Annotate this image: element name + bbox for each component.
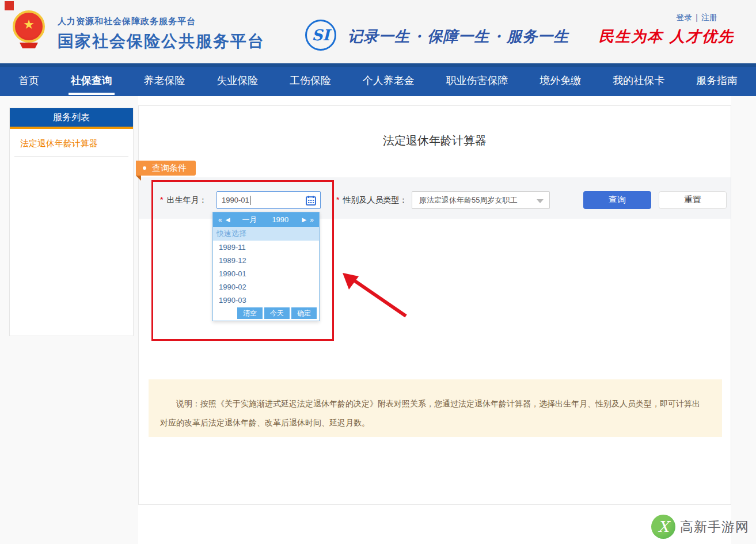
picker-option[interactable]: 1989-11 (213, 241, 319, 254)
platform-subtitle: 人力资源和社会保障政务服务平台 (58, 16, 265, 27)
sidebar-divider (14, 156, 128, 157)
required-mark: * (336, 195, 339, 204)
right-background-strip (731, 96, 756, 544)
calendar-icon[interactable] (306, 195, 316, 206)
nav-item-shebao-query[interactable]: 社保查询 (65, 63, 118, 96)
query-conditions-ribbon: 查询条件 (136, 161, 196, 176)
birth-month-input[interactable]: 1990-01 (216, 191, 321, 209)
prev-year-icon[interactable]: « (216, 216, 224, 224)
nav-item-service-guide[interactable]: 服务指南 (690, 63, 743, 96)
picker-today-button[interactable]: 今天 (264, 307, 290, 319)
page-title: 法定退休年龄计算器 (139, 133, 731, 149)
sidebar-header: 服务列表 (10, 108, 133, 129)
text-cursor (250, 196, 250, 205)
corner-red-square (5, 1, 14, 10)
main-nav: 首页 社保查询 养老保险 失业保险 工伤保险 个人养老金 职业伤害保障 境外免缴… (0, 63, 756, 96)
si-logo-icon: SI (305, 20, 336, 51)
picker-option[interactable]: 1990-02 (213, 280, 319, 294)
header-titles: 人力资源和社会保障政务服务平台 国家社会保险公共服务平台 (58, 16, 265, 52)
picker-year[interactable]: 1990 (272, 215, 288, 224)
date-picker-popup: « ◀ 一月 1990 ▶ » 快速选择 1989-11 1989-12 199… (212, 212, 320, 321)
platform-title: 国家社会保险公共服务平台 (58, 31, 265, 52)
nav-item-personal-pension[interactable]: 个人养老金 (357, 63, 420, 96)
header-motto: 民生为本 人才优先 (599, 26, 734, 47)
birth-month-label: *出生年月： (160, 191, 207, 209)
picker-clear-button[interactable]: 清空 (237, 307, 263, 319)
ribbon-label: 查询条件 (152, 163, 187, 174)
prev-month-icon[interactable]: ◀ (224, 216, 232, 223)
register-link[interactable]: 注册 (701, 13, 717, 22)
picker-month[interactable]: 一月 (242, 215, 257, 225)
picker-footer: 清空 今天 确定 (237, 307, 317, 319)
ribbon-bullet-icon (143, 166, 146, 170)
site-name: 高新手游网 (680, 518, 749, 536)
login-link[interactable]: 登录 (676, 13, 692, 22)
person-type-value: 原法定退休年龄55周岁女职工 (419, 195, 517, 206)
content-card: 法定退休年龄计算器 查询条件 *出生年月： 1990-01 (138, 105, 731, 505)
auth-divider: | (696, 13, 698, 22)
quick-select-row[interactable]: 快速选择 (213, 227, 319, 241)
nav-item-work-injury[interactable]: 工伤保险 (284, 63, 337, 96)
note-text: 说明：按照《关于实施渐进式延迟法定退休年龄的决定》附表对照关系，您通过法定退休年… (160, 394, 700, 432)
person-type-label: *性别及人员类型： (336, 191, 407, 209)
auth-links: 登录|注册 (676, 13, 717, 23)
date-picker-header: « ◀ 一月 1990 ▶ » (213, 212, 319, 227)
query-form: *出生年月： 1990-01 *性别及人员类型： 原法定退休年龄55周岁女职工 (139, 191, 731, 209)
service-sidebar: 服务列表 法定退休年龄计算器 (9, 108, 134, 336)
chevron-down-icon (537, 199, 544, 203)
page: 人力资源和社会保障政务服务平台 国家社会保险公共服务平台 SI 记录一生 · 保… (0, 0, 756, 544)
nav-item-unemployment[interactable]: 失业保险 (211, 63, 264, 96)
reset-button[interactable]: 重置 (659, 191, 727, 209)
picker-option[interactable]: 1990-03 (213, 294, 319, 307)
picker-confirm-button[interactable]: 确定 (291, 307, 317, 319)
national-emblem-ribbon (20, 43, 38, 48)
site-header: 人力资源和社会保障政务服务平台 国家社会保险公共服务平台 SI 记录一生 · 保… (0, 0, 756, 63)
site-watermark: X 高新手游网 (651, 515, 749, 539)
picker-option[interactable]: 1989-12 (213, 254, 319, 267)
next-month-icon[interactable]: ▶ (301, 216, 309, 223)
nav-item-occupational-injury[interactable]: 职业伤害保障 (440, 63, 514, 96)
ribbon-fold (136, 176, 141, 181)
person-type-select[interactable]: 原法定退休年龄55周岁女职工 (412, 191, 550, 209)
national-emblem-icon (13, 10, 45, 43)
sidebar-item-retirement-calculator[interactable]: 法定退休年龄计算器 (10, 129, 133, 156)
nav-item-my-card[interactable]: 我的社保卡 (607, 63, 670, 96)
nav-item-home[interactable]: 首页 (13, 63, 45, 96)
required-mark: * (160, 195, 163, 204)
next-year-icon[interactable]: » (308, 216, 316, 224)
birth-month-value: 1990-01 (222, 196, 249, 204)
site-logo-icon: X (651, 515, 675, 539)
picker-option[interactable]: 1990-01 (213, 267, 319, 280)
nav-item-overseas-exempt[interactable]: 境外免缴 (534, 63, 587, 96)
note-box: 说明：按照《关于实施渐进式延迟法定退休年龄的决定》附表对照关系，您通过法定退休年… (149, 379, 722, 437)
query-button[interactable]: 查询 (583, 191, 651, 209)
nav-item-pension[interactable]: 养老保险 (138, 63, 191, 96)
header-slogan: 记录一生 · 保障一生 · 服务一生 (348, 26, 569, 47)
